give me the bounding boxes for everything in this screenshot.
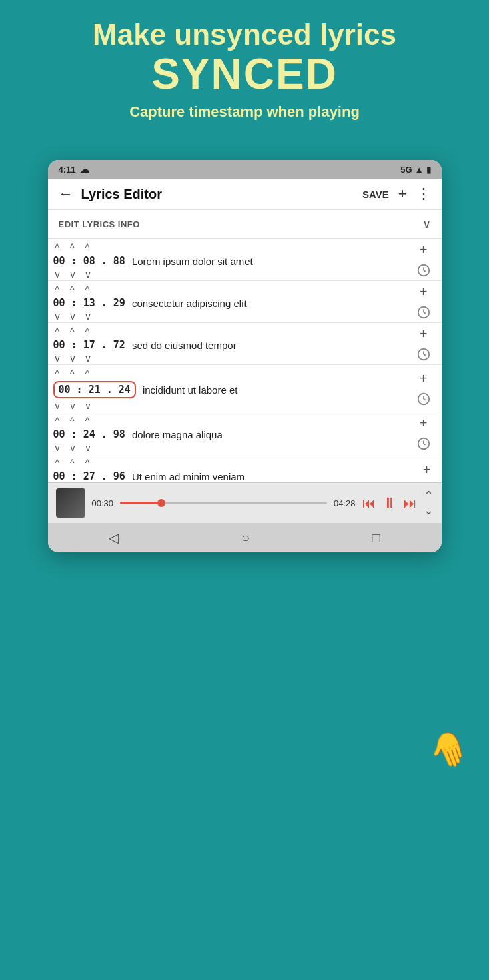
timestamp-capture-button[interactable] (416, 347, 431, 364)
hour-up-button[interactable]: ^ (53, 368, 62, 380)
min-down-button[interactable]: v (69, 352, 77, 364)
sec-down-button[interactable]: v (84, 268, 93, 280)
min-up-button[interactable]: ^ (68, 284, 77, 296)
add-line-button[interactable]: + (420, 371, 428, 386)
down-arrows-row: v v v (53, 268, 411, 280)
album-art-image (56, 488, 85, 518)
min-down-button[interactable]: v (69, 400, 77, 412)
add-line-button[interactable]: + (420, 416, 428, 431)
fast-forward-button[interactable]: ⏭ (404, 496, 417, 511)
min-down-button[interactable]: v (69, 268, 77, 280)
hour-down-button[interactable]: v (53, 268, 62, 280)
header-subtitle: Capture timestamp when playing (27, 103, 462, 121)
expand-button[interactable]: ⌃⌄ (424, 488, 434, 518)
min-up-button[interactable]: ^ (68, 368, 77, 380)
up-arrows-row: ^ ^ ^ (53, 326, 411, 338)
sec-up-button[interactable]: ^ (83, 284, 92, 296)
lyric-row: ^ ^ ^ 00 : 08 . 88 Lorem ipsum dolor sit… (48, 239, 442, 281)
hour-up-button[interactable]: ^ (53, 415, 62, 427)
down-arrows-row: v v v (53, 352, 411, 364)
hour-down-button[interactable]: v (53, 400, 62, 412)
add-button[interactable]: + (398, 185, 407, 203)
recent-nav-button[interactable]: □ (372, 530, 380, 546)
up-arrows-row: ^ ^ ^ (53, 284, 411, 296)
back-nav-button[interactable]: ◁ (109, 530, 119, 546)
svg-line-11 (424, 399, 426, 400)
album-art (56, 488, 85, 518)
min-up-button[interactable]: ^ (68, 326, 77, 338)
sec-down-button[interactable]: v (84, 442, 93, 454)
up-arrows-row: ^ ^ ^ (53, 415, 411, 427)
header-line1: Make unsynced lyrics (27, 19, 462, 51)
lyric-actions-4: + (416, 371, 431, 409)
timestamp-capture-button[interactable] (416, 305, 431, 322)
min-up-button[interactable]: ^ (68, 457, 77, 469)
timestamp-capture-button[interactable] (416, 436, 431, 454)
progress-thumb[interactable] (157, 499, 165, 507)
svg-line-2 (424, 270, 426, 272)
sec-up-button[interactable]: ^ (83, 415, 92, 427)
status-left: 4:11 ☁ (59, 164, 89, 175)
rewind-button[interactable]: ⏮ (362, 496, 376, 511)
up-arrows-row: ^ ^ ^ (53, 368, 411, 380)
status-time: 4:11 (59, 165, 76, 175)
lyric-text-5: dolore magna aliqua (132, 429, 411, 440)
svg-line-5 (424, 312, 426, 314)
home-nav-button[interactable]: ○ (241, 530, 250, 546)
sec-down-button[interactable]: v (84, 352, 93, 364)
timestamp-capture-button[interactable] (416, 263, 431, 280)
phone-mockup: 4:11 ☁ 5G ▲ ▮ ← Lyrics Editor SAVE + ⋮ E… (48, 160, 442, 552)
player-bar: 00:30 04:28 ⏮ ⏸ ⏭ ⌃⌄ (48, 482, 442, 523)
timestamp-4-highlighted: 00 : 21 . 24 (53, 381, 136, 398)
edit-lyrics-label: EDIT LYRICS INFO (59, 219, 140, 229)
hour-down-button[interactable]: v (53, 442, 62, 454)
sec-up-button[interactable]: ^ (83, 368, 92, 380)
min-down-button[interactable]: v (69, 310, 77, 322)
timestamp-5: 00 : 24 . 98 (53, 428, 125, 440)
lyric-actions-5: + (416, 416, 431, 454)
chevron-down-icon: ∨ (422, 217, 431, 231)
battery-icon: ▮ (426, 165, 431, 175)
min-up-button[interactable]: ^ (68, 415, 77, 427)
down-arrows-row: v v v (53, 442, 411, 454)
hour-up-button[interactable]: ^ (53, 326, 62, 338)
pause-button[interactable]: ⏸ (382, 494, 397, 512)
signal-icon: ▲ (415, 165, 424, 175)
up-arrows-row: ^ ^ ^ (53, 241, 411, 254)
lyric-actions-6: + (423, 462, 431, 478)
sec-up-button[interactable]: ^ (83, 326, 92, 338)
player-controls: ⏮ ⏸ ⏭ (362, 494, 417, 512)
cloud-icon: ☁ (80, 164, 89, 175)
lyric-actions-3: + (416, 326, 431, 364)
timestamp-1: 00 : 08 . 88 (53, 255, 125, 267)
lyric-text-2: consectetur adipiscing elit (132, 298, 411, 309)
add-line-button[interactable]: + (420, 242, 428, 258)
hour-up-button[interactable]: ^ (53, 457, 62, 469)
edit-lyrics-info-row[interactable]: EDIT LYRICS INFO ∨ (48, 210, 442, 239)
status-bar: 4:11 ☁ 5G ▲ ▮ (48, 160, 442, 179)
lyric-row-partial: ^ ^ ^ 00 : 27 . 96 Ut enim ad minim veni… (48, 454, 442, 482)
hour-up-button[interactable]: ^ (53, 241, 62, 254)
lyric-text-6: Ut enim ad minim veniam (132, 471, 418, 482)
hour-down-button[interactable]: v (53, 310, 62, 322)
hour-down-button[interactable]: v (53, 352, 62, 364)
back-button[interactable]: ← (59, 185, 73, 203)
sec-down-button[interactable]: v (84, 400, 93, 412)
sec-up-button[interactable]: ^ (83, 457, 92, 469)
timestamp-capture-button-active[interactable] (416, 392, 431, 409)
hour-up-button[interactable]: ^ (53, 284, 62, 296)
menu-button[interactable]: ⋮ (416, 185, 431, 203)
progress-bar[interactable] (120, 502, 327, 504)
toolbar-title: Lyrics Editor (81, 187, 362, 202)
down-arrows-row: v v v (53, 310, 411, 322)
sec-up-button[interactable]: ^ (83, 241, 92, 254)
min-up-button[interactable]: ^ (68, 241, 77, 254)
svg-line-8 (424, 354, 426, 356)
save-button[interactable]: SAVE (362, 189, 389, 200)
add-line-button[interactable]: + (420, 284, 428, 300)
status-right: 5G ▲ ▮ (400, 165, 430, 175)
add-line-button[interactable]: + (420, 326, 428, 342)
add-line-button[interactable]: + (423, 462, 431, 478)
sec-down-button[interactable]: v (84, 310, 93, 322)
min-down-button[interactable]: v (69, 442, 77, 454)
